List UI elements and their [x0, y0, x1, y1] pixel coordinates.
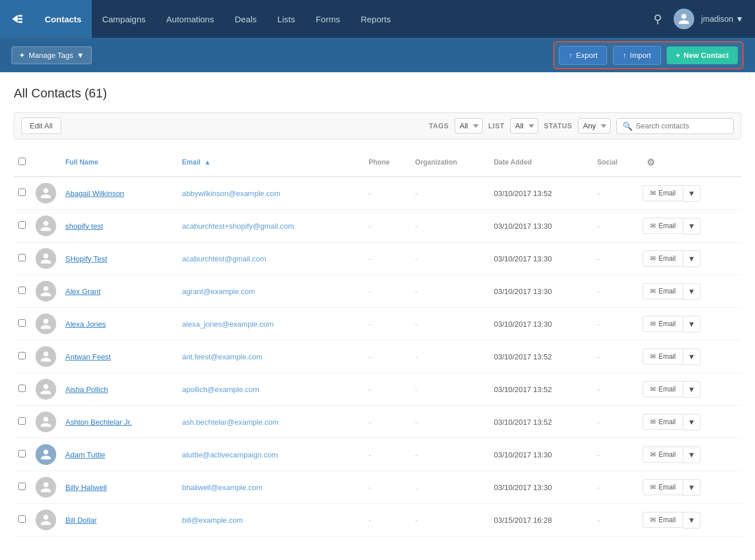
contact-email-link[interactable]: ant.feest@example.com [182, 353, 263, 361]
list-filter-select[interactable]: All [510, 118, 538, 134]
contact-email-link[interactable]: agrant@example.com [182, 287, 255, 296]
contact-org-cell: - [410, 275, 489, 308]
email-dropdown-button[interactable]: ▼ [683, 283, 701, 300]
row-checkbox[interactable] [18, 319, 26, 327]
contact-email-link[interactable]: atuttle@activecampaign.com [182, 451, 278, 459]
contact-org-cell: - [410, 504, 489, 536]
nav-toggle-button[interactable] [0, 0, 34, 38]
filter-bar: Edit All TAGS All LIST All STATUS Any 🔍 [14, 112, 741, 139]
send-email-button[interactable]: ✉ Email [643, 218, 683, 234]
username-label[interactable]: jmadison ▼ [701, 14, 744, 24]
contact-date-cell: 03/10/2017 13:30 [489, 308, 592, 340]
avatar [36, 412, 56, 432]
send-email-button[interactable]: ✉ Email [643, 512, 683, 528]
email-dropdown-button[interactable]: ▼ [683, 348, 701, 365]
contact-name-link[interactable]: Alexa Jones [65, 320, 106, 328]
row-checkbox[interactable] [18, 417, 26, 425]
contact-name-link[interactable]: Alex Grant [65, 287, 100, 296]
manage-tags-button[interactable]: ✦ Manage Tags ▼ [11, 46, 92, 64]
row-checkbox[interactable] [18, 254, 26, 261]
send-email-button[interactable]: ✉ Email [643, 414, 683, 430]
contact-email-link[interactable]: abbywilkinson@example.com [182, 189, 280, 198]
export-button[interactable]: ↑ Export [559, 46, 607, 65]
table-row: Bill Dollar bill@example.com - - 03/15/2… [14, 504, 741, 536]
row-checkbox[interactable] [18, 483, 26, 490]
sub-toolbar: ✦ Manage Tags ▼ ↑ Export ↑ Import + New … [0, 38, 755, 72]
contact-name-link[interactable]: Abagail Wilkinson [65, 189, 124, 198]
select-all-header [14, 148, 31, 177]
avatar-cell [31, 275, 61, 308]
email-dropdown-button[interactable]: ▼ [683, 447, 701, 463]
nav-reports[interactable]: Reports [350, 0, 401, 38]
contact-name-link[interactable]: Antwan Feest [65, 353, 111, 361]
contact-name-link[interactable]: shopify test [65, 222, 103, 230]
contact-date-cell: 03/10/2017 13:30 [489, 210, 592, 242]
nav-deals[interactable]: Deals [224, 0, 267, 38]
row-checkbox[interactable] [18, 450, 26, 457]
contact-email-link[interactable]: acaburchtest+shopify@gmail.com [182, 222, 295, 230]
contact-name-link[interactable]: Adam Tuttle [65, 451, 105, 459]
select-all-checkbox[interactable] [18, 158, 26, 165]
send-email-button[interactable]: ✉ Email [643, 447, 683, 463]
row-checkbox[interactable] [18, 515, 26, 523]
contact-date-cell: 03/10/2017 13:30 [489, 242, 592, 275]
contact-date-cell: 03/10/2017 13:30 [489, 275, 592, 308]
contact-actions-cell: ✉ Email ▼ [638, 177, 741, 210]
contact-name-link[interactable]: Aisha Pollich [65, 385, 108, 394]
send-email-button[interactable]: ✉ Email [643, 283, 683, 299]
contact-actions-cell: ✉ Email ▼ [638, 471, 741, 504]
avatar-cell [31, 340, 61, 373]
avatar [36, 346, 56, 367]
row-checkbox[interactable] [18, 189, 26, 196]
email-dropdown-button[interactable]: ▼ [683, 414, 701, 430]
contact-name-link[interactable]: SHopify Test [65, 254, 107, 263]
contact-email-link[interactable]: bill@example.com [182, 516, 243, 524]
email-dropdown-button[interactable]: ▼ [683, 512, 701, 528]
email-dropdown-button[interactable]: ▼ [683, 479, 701, 496]
contact-name-link[interactable]: Bill Dollar [65, 516, 97, 524]
email-dropdown-button[interactable]: ▼ [683, 250, 701, 267]
email-dropdown-button[interactable]: ▼ [683, 185, 701, 202]
email-col-header[interactable]: Email ▲ [178, 148, 365, 177]
contact-email-link[interactable]: apollich@example.com [182, 385, 260, 394]
plus-icon: + [676, 51, 680, 60]
nav-forms[interactable]: Forms [306, 0, 351, 38]
edit-all-button[interactable]: Edit All [21, 118, 61, 134]
send-email-button[interactable]: ✉ Email [643, 316, 683, 332]
new-contact-button[interactable]: + New Contact [667, 46, 738, 64]
email-dropdown-button[interactable]: ▼ [683, 316, 701, 332]
social-col-header: Social [593, 148, 638, 177]
contact-social-cell: - [593, 308, 638, 340]
tags-filter-select[interactable]: All [455, 118, 483, 134]
import-button[interactable]: ↑ Import [613, 46, 660, 65]
avatar [36, 281, 56, 301]
contact-name-link[interactable]: Billy Haliwell [65, 483, 107, 492]
status-filter-select[interactable]: Any [578, 118, 611, 134]
nav-contacts[interactable]: Contacts [34, 0, 92, 38]
send-email-button[interactable]: ✉ Email [643, 250, 683, 267]
nav-lists[interactable]: Lists [267, 0, 306, 38]
search-icon[interactable]: ⚲ [649, 7, 667, 30]
contact-actions-cell: ✉ Email ▼ [638, 340, 741, 373]
email-dropdown-button[interactable]: ▼ [683, 218, 701, 234]
search-contacts-input[interactable] [636, 122, 727, 130]
send-email-button[interactable]: ✉ Email [643, 381, 683, 397]
send-email-button[interactable]: ✉ Email [643, 348, 683, 365]
contact-email-link[interactable]: acaburchtest@gmail.com [182, 254, 267, 263]
contact-name-link[interactable]: Ashton Bechtelar Jr. [65, 418, 132, 426]
row-checkbox[interactable] [18, 221, 26, 229]
nav-campaigns[interactable]: Campaigns [92, 0, 156, 38]
row-checkbox[interactable] [18, 385, 26, 392]
row-checkbox[interactable] [18, 287, 26, 294]
gear-icon[interactable]: ⚙ [643, 154, 659, 170]
send-email-button[interactable]: ✉ Email [643, 479, 683, 495]
contact-email-link[interactable]: alexa_jones@example.com [182, 320, 274, 328]
email-icon: ✉ [650, 418, 656, 426]
avatar-header [31, 148, 61, 177]
contact-email-link[interactable]: bhaliwell@example.com [182, 483, 263, 492]
nav-automations[interactable]: Automations [156, 0, 224, 38]
row-checkbox[interactable] [18, 352, 26, 359]
contact-email-link[interactable]: ash.bechtelar@example.com [182, 418, 279, 426]
send-email-button[interactable]: ✉ Email [643, 185, 683, 201]
email-dropdown-button[interactable]: ▼ [683, 381, 701, 398]
